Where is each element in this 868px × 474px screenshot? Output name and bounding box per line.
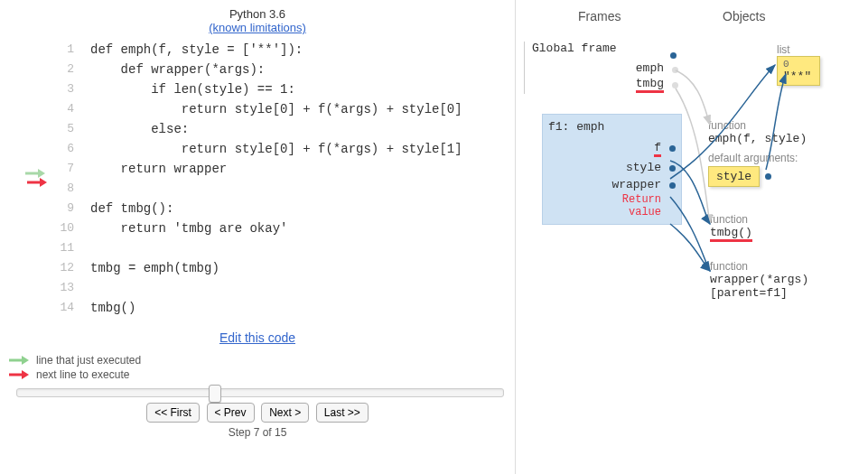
prev-button[interactable]: < Prev <box>207 403 255 423</box>
default-args: default arguments: style <box>708 152 798 187</box>
first-button[interactable]: << First <box>146 403 200 423</box>
func-emph-label: function <box>708 119 807 132</box>
func-emph-sig: emph(f, style) <box>708 132 807 145</box>
f1-var-style: style <box>626 161 661 174</box>
last-button[interactable]: Last >> <box>316 403 369 423</box>
svg-marker-5 <box>22 356 29 365</box>
f1-frame-title: f1: emph <box>543 120 681 134</box>
default-args-label: default arguments: <box>708 152 798 164</box>
f1-return-label: Returnvalue <box>543 193 681 218</box>
default-arg-style: style <box>708 166 760 187</box>
column-headers: Frames Objects <box>578 9 868 23</box>
frames-header: Frames <box>578 9 705 23</box>
step-label: Step 7 of 15 <box>9 426 506 439</box>
legend-arrow-red-icon <box>9 369 33 380</box>
list-object: list 0 "**" <box>777 43 820 86</box>
objects-header: Objects <box>723 9 765 23</box>
code-line-12: tmbg = emph(tmbg) <box>90 258 219 278</box>
list-label: list <box>777 43 820 56</box>
known-limitations-link[interactable]: (known limitations) <box>209 21 306 34</box>
left-panel: Python 3.6 (known limitations) 1def emph… <box>0 0 515 474</box>
global-frame-title: Global frame <box>528 42 682 55</box>
global-var-emph: emph <box>636 61 664 75</box>
f1-frame: f1: emph f style wrapper Returnvalue <box>542 114 682 225</box>
legend-just-executed: line that just executed <box>36 354 141 367</box>
step-controls: << First < Prev Next > Last >> <box>9 403 506 423</box>
next-button[interactable]: Next > <box>261 403 309 423</box>
func-wrapper-object: function wrapper(*args) [parent=f1] <box>710 260 863 300</box>
edit-code-link[interactable]: Edit this code <box>219 330 295 345</box>
code-area: 1def emph(f, style = ['**']): 2 def wrap… <box>9 40 506 318</box>
legend-arrow-green-icon <box>9 355 33 366</box>
svg-marker-7 <box>22 370 29 379</box>
code-line-6: return style[0] + f(*args) + style[1] <box>90 139 462 159</box>
legend-next-line: next line to execute <box>36 368 129 381</box>
code-line-9: def tmbg(): <box>90 199 173 218</box>
code-line-2: def wrapper(*args): <box>90 60 265 79</box>
code-line-1: def emph(f, style = ['**']): <box>90 40 303 60</box>
right-panel: Frames Objects Global frame emph tmbg f1… <box>515 0 868 474</box>
code-line-5: else: <box>90 119 189 139</box>
func-wrapper-sig: wrapper(*args) [parent=f1] <box>710 273 863 300</box>
python-header: Python 3.6 (known limitations) <box>9 7 506 34</box>
code-line-10: return 'tmbg are okay' <box>90 218 287 238</box>
f1-var-wrapper: wrapper <box>611 178 661 191</box>
step-slider[interactable] <box>16 388 504 397</box>
list-value: "**" <box>783 70 814 83</box>
func-tmbg-sig: tmbg() <box>710 226 752 242</box>
code-line-14: tmbg() <box>90 298 135 318</box>
global-var-tmbg: tmbg <box>636 77 664 93</box>
func-tmbg-label: function <box>710 213 752 226</box>
func-tmbg-object: function tmbg() <box>710 213 752 242</box>
python-version: Python 3.6 <box>229 7 285 21</box>
f1-var-f: f <box>654 141 661 157</box>
global-frame: Global frame emph tmbg <box>524 42 682 94</box>
func-wrapper-label: function <box>710 260 863 273</box>
code-line-3: if len(style) == 1: <box>90 79 295 99</box>
func-emph-object: function emph(f, style) <box>708 119 807 145</box>
code-line-7: return wrapper <box>90 159 227 179</box>
slider-thumb[interactable] <box>209 385 221 403</box>
code-line-4: return style[0] + f(*args) + style[0] <box>90 99 462 119</box>
frames-column: Global frame emph tmbg f1: emph f style … <box>524 42 682 225</box>
legend: line that just executed next line to exe… <box>9 354 506 381</box>
list-index: 0 <box>783 59 814 70</box>
